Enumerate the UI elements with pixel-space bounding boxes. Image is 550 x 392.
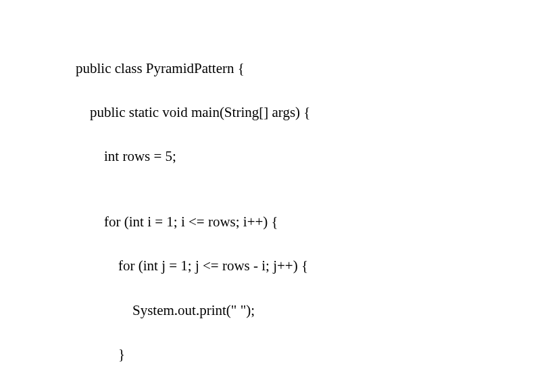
- code-line: System.out.print(" ");: [76, 299, 550, 322]
- code-line: for (int j = 1; j <= rows - i; j++) {: [76, 255, 550, 277]
- code-line: int rows = 5;: [76, 145, 550, 168]
- code-line: public static void main(String[] args) {: [76, 101, 550, 124]
- code-line: for (int k = 1; k <= 2 * i - 1; k++) {: [76, 387, 550, 392]
- code-line: }: [76, 343, 550, 366]
- code-block: public class PyramidPattern { public sta…: [0, 0, 550, 392]
- code-line: for (int i = 1; i <= rows; i++) {: [76, 211, 550, 233]
- code-line: public class PyramidPattern {: [76, 57, 550, 80]
